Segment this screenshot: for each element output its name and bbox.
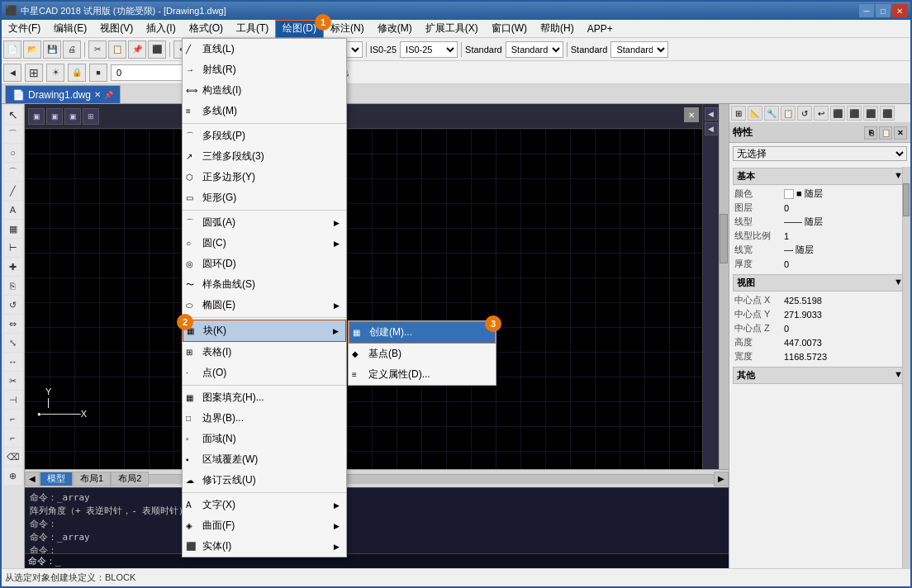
- cft-btn3[interactable]: ▣: [64, 108, 81, 125]
- ml-combo[interactable]: Standard: [610, 41, 668, 58]
- menu-modify[interactable]: 修改(M): [371, 20, 419, 38]
- lt-stretch[interactable]: ↔: [4, 353, 22, 371]
- cvt-btn2[interactable]: ◀: [705, 122, 718, 135]
- menu-insert[interactable]: 插入(I): [140, 20, 182, 38]
- dm-point[interactable]: ·点(O): [183, 363, 346, 383]
- tb-print[interactable]: 🖨: [63, 40, 81, 59]
- canvas-tab-model[interactable]: 模型: [40, 472, 73, 486]
- tb-copy[interactable]: 📋: [108, 40, 126, 59]
- tb-matchprop[interactable]: ⬛: [148, 40, 166, 59]
- canvas-tab-layout2[interactable]: 布局2: [111, 472, 149, 486]
- dm-line[interactable]: ╱直线(L): [183, 39, 346, 59]
- sm-attdef[interactable]: ≡定义属性(D)...: [349, 364, 496, 385]
- tb-cut[interactable]: ✂: [88, 40, 107, 59]
- dm-boundary[interactable]: □边界(B)...: [183, 408, 346, 429]
- rp-icon5[interactable]: ↺: [797, 106, 812, 121]
- doc-tab-drawing1[interactable]: 📄 Drawing1.dwg ✕ 📌: [5, 85, 121, 103]
- lt-explode[interactable]: ⊕: [4, 467, 22, 485]
- menu-format[interactable]: 格式(O): [183, 20, 230, 38]
- dm-polygon[interactable]: ⬡正多边形(Y): [183, 167, 346, 187]
- cft-btn1[interactable]: ▣: [28, 108, 45, 125]
- menu-view[interactable]: 视图(V): [93, 20, 140, 38]
- menu-edit[interactable]: 编辑(E): [47, 20, 93, 38]
- tb-paste[interactable]: 📌: [128, 40, 146, 59]
- rp-scroll-thumb[interactable]: [903, 183, 910, 216]
- dim-combo[interactable]: IS0-25: [400, 41, 458, 58]
- lt-circle[interactable]: ○: [4, 144, 22, 162]
- lt-text[interactable]: A: [4, 201, 22, 219]
- prop-color-value[interactable]: ■ 随层: [784, 187, 823, 200]
- cmdline-input[interactable]: 命令： _: [25, 553, 729, 568]
- canvas-sub-close[interactable]: ✕: [684, 107, 699, 122]
- lt-erase[interactable]: ⌫: [4, 448, 22, 466]
- prop-section-view[interactable]: 视图 ▼: [733, 274, 907, 292]
- lt-arc[interactable]: ⌒: [4, 163, 22, 181]
- dm-rectang[interactable]: ▭矩形(G): [183, 187, 346, 208]
- maximize-button[interactable]: □: [876, 4, 891, 17]
- dm-3dpline[interactable]: ↗三维多段线(3): [183, 146, 346, 167]
- lt-mirror[interactable]: ⇔: [4, 315, 22, 333]
- canvas-area[interactable]: Y | ● ———— X 绘图: [25, 104, 719, 469]
- lt-select[interactable]: ↖: [4, 106, 22, 124]
- rp-icon2[interactable]: 📐: [748, 106, 762, 121]
- menu-help[interactable]: 帮助(H): [534, 20, 581, 38]
- lt-rotate[interactable]: ↺: [4, 296, 22, 314]
- tb-freeze[interactable]: ☀: [46, 64, 64, 82]
- canvas-scrollbar-v[interactable]: [719, 104, 729, 469]
- close-button[interactable]: ✕: [892, 4, 907, 17]
- dm-solid[interactable]: ⬛实体(I)▶: [183, 536, 346, 557]
- cft-btn4[interactable]: ⊞: [83, 108, 99, 125]
- canvas-tab-layout1[interactable]: 布局1: [73, 472, 111, 486]
- tb-lock[interactable]: 🔒: [68, 64, 86, 82]
- doc-tab-close[interactable]: ✕: [94, 90, 101, 99]
- lt-hatch[interactable]: ▦: [4, 220, 22, 238]
- rp-icon1[interactable]: ⊞: [731, 106, 746, 121]
- tb-layer-mgr[interactable]: ⊞: [25, 64, 43, 82]
- lt-copy2[interactable]: ⎘: [4, 277, 22, 295]
- dm-ellipse[interactable]: ⬭椭圆(E)▶: [183, 295, 346, 315]
- prop-section-basic[interactable]: 基本 ▼: [733, 168, 907, 185]
- sm-create[interactable]: ▦创建(M)... 3: [349, 321, 496, 344]
- dm-ray[interactable]: →射线(R): [183, 59, 346, 80]
- dm-region[interactable]: ▫面域(N): [183, 429, 346, 449]
- table-combo[interactable]: Standard: [506, 41, 563, 58]
- dm-arc[interactable]: ⌒圆弧(A)▶: [183, 212, 346, 233]
- tb-save[interactable]: 💾: [43, 40, 61, 59]
- rp-icon8[interactable]: ⬛: [847, 106, 862, 121]
- tb-layiso[interactable]: ■: [89, 64, 107, 82]
- cft-btn2[interactable]: ▣: [46, 108, 63, 125]
- dm-hatch[interactable]: ▦图案填充(H)...: [183, 387, 346, 408]
- no-select-combo[interactable]: 无选择: [733, 146, 907, 161]
- prop-close-btn[interactable]: ✕: [894, 126, 907, 140]
- scroll-right-btn[interactable]: ▶: [714, 472, 729, 486]
- tb-open[interactable]: 📂: [23, 40, 41, 59]
- dm-xline[interactable]: ⟺构造线(I): [183, 80, 346, 101]
- menu-tools[interactable]: 工具(T): [230, 20, 275, 38]
- rp-icon4[interactable]: 📋: [781, 106, 796, 121]
- dm-circle[interactable]: ○圆(C)▶: [183, 233, 346, 254]
- rp-icon9[interactable]: ⬛: [863, 106, 878, 121]
- lt-line[interactable]: ╱: [4, 182, 22, 200]
- prop-paste-btn[interactable]: 📋: [879, 126, 892, 140]
- rp-icon6[interactable]: ↩: [814, 106, 829, 121]
- menu-draw[interactable]: 绘图(D) 1: [275, 20, 324, 38]
- dm-mline[interactable]: ≡多线(M): [183, 101, 346, 121]
- menu-extend[interactable]: 扩展工具(X): [419, 20, 485, 38]
- doc-tab-pin[interactable]: 📌: [104, 91, 113, 99]
- prop-copy-btn[interactable]: ⎘: [864, 126, 877, 140]
- menu-file[interactable]: 文件(F): [2, 20, 47, 38]
- lt-trim[interactable]: ✂: [4, 372, 22, 390]
- menu-annotate[interactable]: 标注(N): [324, 20, 371, 38]
- cvt-btn1[interactable]: ◀: [705, 107, 718, 121]
- dm-surface[interactable]: ◈曲面(F)▶: [183, 515, 346, 536]
- dm-donut[interactable]: ◎圆环(D): [183, 254, 346, 274]
- lt-fillet[interactable]: ⌐: [4, 410, 22, 428]
- tb-layer-prev[interactable]: ◀: [3, 64, 21, 82]
- lt-dim[interactable]: ⊢: [4, 239, 22, 257]
- v-scrollbar-thumb[interactable]: [720, 214, 728, 263]
- lt-chamfer[interactable]: ⌐: [4, 429, 22, 447]
- dm-revcloud[interactable]: ☁修订云线(U): [183, 470, 346, 491]
- rp-icon3[interactable]: 🔧: [764, 106, 779, 121]
- lt-move[interactable]: ✚: [4, 258, 22, 276]
- dm-wipeout[interactable]: ▪区域覆差(W): [183, 449, 346, 470]
